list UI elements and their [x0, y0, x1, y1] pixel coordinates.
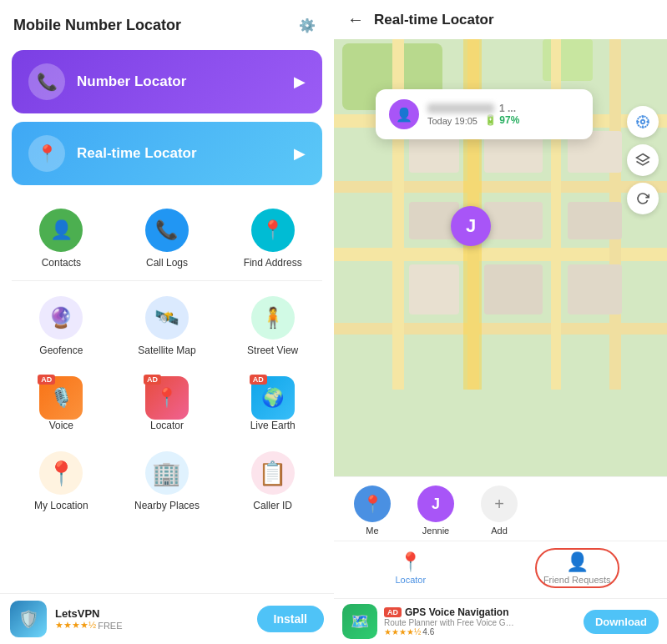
grid-row-3: AD 🎙️ Voice AD 📍 Locator AD 🌍 Live Earth	[0, 365, 334, 440]
svg-rect-15	[568, 202, 622, 239]
locator-nav-label: Locator	[395, 575, 426, 585]
contacts-label: Contacts	[42, 257, 81, 269]
right-ad-title: AD GPS Voice Navigation	[384, 606, 584, 618]
find-address-icon: 📍	[251, 209, 295, 252]
nav-locator[interactable]: 📍 Locator	[382, 548, 439, 588]
bottom-ad-bar: 🛡️ LetsVPN ★★★★½ FREE Install	[0, 593, 334, 644]
app-title: Mobile Number Locator	[13, 17, 181, 34]
back-button[interactable]: ←	[347, 10, 364, 29]
install-button[interactable]: Install	[257, 606, 324, 632]
satellite-map-button[interactable]: 🛰️ Satellite Map	[114, 288, 220, 365]
call-logs-button[interactable]: 📞 Call Logs	[114, 200, 220, 277]
friend-jennie[interactable]: J Jennie	[411, 486, 461, 536]
right-ad-sub: Route Planner with Free Voice GPS ...	[384, 618, 518, 627]
map-marker-j[interactable]: J	[451, 206, 491, 246]
add-friend-button[interactable]: +	[481, 486, 518, 522]
download-button[interactable]: Download	[584, 610, 659, 634]
caller-id-label: Caller ID	[253, 500, 292, 511]
svg-rect-16	[409, 264, 459, 314]
add-friend-item[interactable]: + Add	[474, 486, 524, 536]
map-card-time: Today 19:05	[427, 116, 478, 126]
live-earth-ad-button[interactable]: AD 🌍 Live Earth	[220, 368, 326, 440]
layers-button[interactable]	[627, 144, 659, 176]
svg-rect-17	[484, 264, 543, 314]
grid-row-4: 📍 My Location 🏢 Nearby Places 📋 Caller I…	[0, 440, 334, 520]
gear-icon: ⚙️	[299, 18, 316, 33]
live-earth-ad-icon-wrap: AD 🌍	[251, 376, 295, 420]
friend-bar: 📍 Me J Jennie + Add	[334, 476, 667, 541]
right-ad-icon: 🗺️	[342, 604, 377, 639]
locator-nav-icon: 📍	[399, 551, 422, 573]
battery-badge: 🔋 97%	[484, 114, 519, 126]
bottom-nav: 📍 Locator 👤 Friend Requests	[334, 541, 667, 598]
friend-jennie-label: Jennie	[422, 526, 449, 536]
right-ad-stars: ★★★★½ 4.6	[384, 627, 584, 636]
satellite-map-icon: 🛰️	[145, 296, 189, 340]
left-panel: Mobile Number Locator ⚙️ 📞 Number Locato…	[0, 0, 334, 644]
contacts-icon: 👤	[39, 209, 83, 252]
caller-id-button[interactable]: 📋 Caller ID	[220, 443, 326, 520]
map-card-name: 1 ...	[427, 103, 579, 114]
locator-label: Locator	[150, 420, 184, 431]
number-locator-button[interactable]: 📞 Number Locator ▶	[12, 50, 322, 113]
map-card-info: 1 ... Today 19:05 🔋 97%	[427, 103, 579, 126]
add-friend-label: Add	[491, 526, 508, 536]
locator-ad-button[interactable]: AD 📍 Locator	[114, 368, 220, 440]
locator-ad-icon-wrap: AD 📍	[145, 376, 189, 420]
friend-jennie-avatar: J	[417, 486, 454, 522]
right-ad-badge: AD	[384, 607, 402, 617]
caller-id-icon: 📋	[251, 451, 295, 495]
number-locator-label: Number Locator	[77, 73, 294, 90]
right-header: ← Real-time Locator	[334, 0, 667, 39]
bottom-ad-info: LetsVPN ★★★★½ FREE	[55, 607, 257, 631]
friend-requests-nav-icon: 👤	[566, 551, 589, 573]
geofence-label: Geofence	[39, 345, 83, 356]
nearby-places-button[interactable]: 🏢 Nearby Places	[114, 443, 220, 520]
friend-me-avatar: 📍	[354, 486, 391, 522]
locator-ad-badge: AD	[144, 375, 161, 385]
nearby-places-icon: 🏢	[145, 451, 189, 495]
nearby-places-label: Nearby Places	[134, 500, 200, 511]
bottom-ad-icon: 🛡️	[10, 601, 47, 637]
friend-me-label: Me	[366, 526, 378, 536]
my-location-button[interactable]: 📍 My Location	[8, 443, 114, 520]
map-controls	[627, 106, 659, 214]
nav-friend-requests[interactable]: 👤 Friend Requests	[535, 548, 619, 588]
street-view-button[interactable]: 🧍 Street View	[220, 288, 326, 365]
friend-requests-nav-label: Friend Requests	[543, 575, 611, 585]
contacts-button[interactable]: 👤 Contacts	[8, 200, 114, 277]
divider-1	[12, 280, 322, 281]
voice-ad-icon-wrap: AD 🎙️	[39, 376, 83, 420]
number-locator-arrow: ▶	[294, 73, 306, 91]
star-rating: ★★★★½	[55, 620, 96, 631]
refresh-button[interactable]	[627, 183, 659, 214]
settings-button[interactable]: ⚙️	[294, 12, 321, 38]
svg-rect-1	[543, 39, 593, 81]
my-location-label: My Location	[34, 500, 88, 511]
find-address-label: Find Address	[244, 257, 302, 269]
geofence-button[interactable]: 🔮 Geofence	[8, 288, 114, 365]
street-view-label: Street View	[247, 345, 298, 356]
right-ad-info: AD GPS Voice Navigation Route Planner wi…	[384, 606, 584, 636]
map-card-ellipsis: 1 ...	[499, 103, 516, 114]
voice-ad-button[interactable]: AD 🎙️ Voice	[8, 368, 114, 440]
call-logs-label: Call Logs	[146, 257, 188, 269]
map-card-status: Today 19:05 🔋 97%	[427, 114, 579, 126]
my-location-map-button[interactable]	[627, 106, 659, 138]
friend-me[interactable]: 📍 Me	[347, 486, 397, 536]
right-bottom-ad: 🗺️ AD GPS Voice Navigation Route Planner…	[334, 598, 667, 644]
grid-row-1: 👤 Contacts 📞 Call Logs 📍 Find Address	[0, 197, 334, 277]
voice-ad-badge: AD	[38, 375, 55, 385]
realtime-locator-button[interactable]: 📍 Real-time Locator ▶	[12, 122, 322, 185]
live-earth-label: Live Earth	[250, 420, 296, 431]
geofence-icon: 🔮	[39, 296, 83, 340]
right-header-title: Real-time Locator	[374, 12, 494, 28]
number-locator-icon: 📞	[28, 63, 65, 100]
live-earth-ad-badge: AD	[250, 375, 267, 385]
map-area: 👤 1 ... Today 19:05 🔋 97% J	[334, 39, 667, 476]
bottom-ad-title: LetsVPN	[55, 607, 257, 620]
svg-rect-18	[568, 264, 622, 314]
find-address-button[interactable]: 📍 Find Address	[220, 200, 326, 277]
grid-row-2: 🔮 Geofence 🛰️ Satellite Map 🧍 Street Vie…	[0, 284, 334, 365]
street-view-icon: 🧍	[251, 296, 295, 340]
